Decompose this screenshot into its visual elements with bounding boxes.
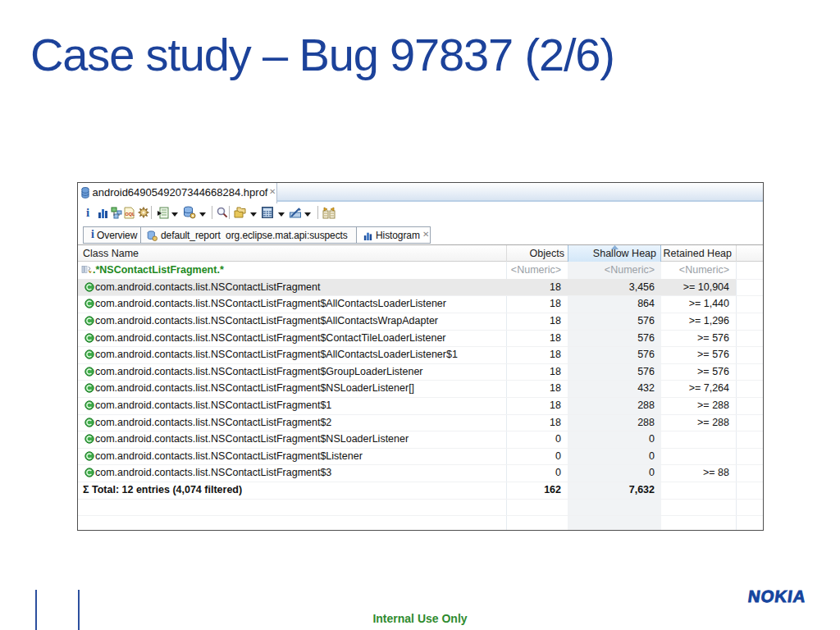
svg-text:OQL: OQL	[126, 212, 135, 217]
svg-text:NOKIA: NOKIA	[747, 587, 807, 604]
